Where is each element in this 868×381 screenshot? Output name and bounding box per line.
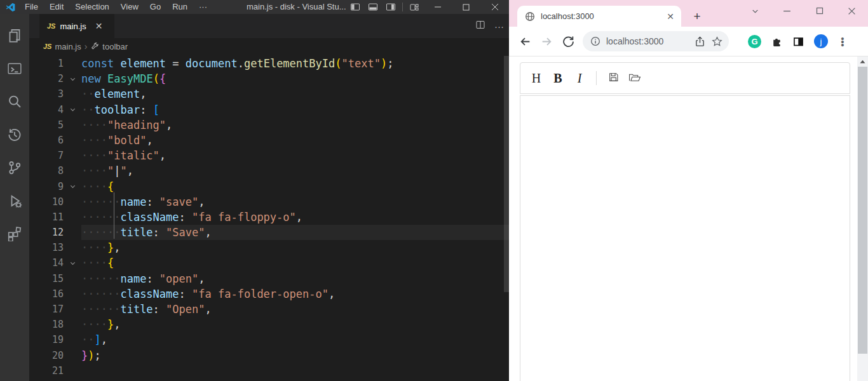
gutter-space [64,271,81,286]
activity-source-control-icon[interactable] [0,151,29,184]
code-text [81,363,509,378]
easymde-text-area[interactable] [520,95,850,381]
maximize-button[interactable] [452,0,480,14]
code-editor[interactable]: 1const element = document.getElementById… [29,55,509,381]
browser-tab[interactable]: localhost:3000 ✕ [517,6,681,27]
code-line[interactable]: 15······name: "open", [29,271,509,286]
tab-close-icon[interactable]: ✕ [95,21,103,31]
more-actions-icon[interactable]: ··· [494,21,504,32]
tab-search-chevron-icon[interactable] [745,0,764,22]
code-line[interactable]: 2new EasyMDE({ [29,71,509,86]
save-button[interactable] [604,69,623,88]
forward-button[interactable] [536,30,557,52]
url-text[interactable]: localhost:3000 [606,36,695,46]
line-number: 10 [29,194,64,210]
code-text: ····{ [81,179,509,194]
customize-layout-icon[interactable] [405,0,423,14]
fold-chevron-icon[interactable] [64,102,81,117]
italic-button[interactable]: I [570,69,589,88]
code-line[interactable]: 1const element = document.getElementById… [29,56,509,71]
menu-view[interactable]: View [115,0,144,14]
new-tab-button[interactable]: + [689,8,705,25]
dark-mode-extension-icon[interactable] [792,36,804,48]
open-button[interactable] [625,69,644,88]
address-bar[interactable]: localhost:3000 [583,31,729,51]
editor-scrollbar[interactable] [504,56,509,292]
code-line[interactable]: 20}); [29,348,509,363]
code-line[interactable]: 5····"heading", [29,117,509,133]
code-line[interactable]: 6····"bold", [29,133,509,148]
code-line[interactable]: 10······name: "save", [29,194,509,210]
activity-search-icon[interactable] [0,85,29,118]
browser-menu-icon[interactable]: ••• [837,37,848,46]
toggle-panel-icon[interactable] [364,0,382,14]
split-editor-icon[interactable] [475,20,485,32]
toggle-secondary-sidebar-icon[interactable] [382,0,400,14]
code-line[interactable]: 7····"italic", [29,148,509,163]
scroll-up-arrow-icon[interactable] [857,57,868,67]
bold-button[interactable]: B [548,69,567,88]
browser-close-button[interactable] [842,0,861,22]
gutter-space [64,317,81,332]
activity-explorer-icon[interactable] [0,19,29,52]
activity-timeline-icon[interactable] [0,118,29,151]
fold-chevron-icon[interactable] [64,179,81,194]
page-scrollbar[interactable] [857,57,868,381]
profile-avatar[interactable]: j [814,34,828,48]
gutter-space [64,194,81,210]
fold-chevron-icon[interactable] [64,71,81,86]
code-line[interactable]: 3··element, [29,86,509,102]
code-line[interactable]: 4··toolbar: [ [29,102,509,117]
browser-tab-close-icon[interactable]: ✕ [665,11,676,22]
code-text: const element = document.getElementById(… [81,56,509,71]
menu-selection[interactable]: Selection [69,0,114,14]
menu-[interactable]: ··· [193,0,213,14]
code-line[interactable]: 19··], [29,332,509,347]
code-line[interactable]: 8····"|", [29,163,509,178]
code-line[interactable]: 9····{ [29,179,509,194]
activity-terminal-icon[interactable] [0,52,29,85]
fold-chevron-icon[interactable] [64,255,81,271]
menu-bar: FileEditSelectionViewGoRun··· [19,0,213,14]
close-button[interactable] [480,0,509,14]
gutter-space [64,133,81,148]
menu-file[interactable]: File [19,0,44,14]
tab-main-js[interactable]: JS main.js ✕ [39,14,114,38]
site-info-icon[interactable] [590,36,600,46]
line-number: 5 [29,117,64,133]
line-number: 8 [29,163,64,178]
code-line[interactable]: 16······className: "fa fa-folder-open-o"… [29,286,509,302]
titlebar-separator [402,3,403,11]
line-number: 11 [29,210,64,225]
line-number: 7 [29,148,64,163]
gutter-space [64,210,81,225]
toggle-sidebar-icon[interactable] [346,0,364,14]
line-number: 21 [29,363,64,378]
code-line[interactable]: 11······className: "fa fa-floppy-o", [29,210,509,225]
code-line[interactable]: 12······title: "Save", [29,225,509,240]
menu-edit[interactable]: Edit [44,0,69,14]
activity-extensions-icon[interactable] [0,217,29,250]
gutter-space [64,163,81,178]
reload-button[interactable] [557,30,579,52]
breadcrumb-file[interactable]: main.js [55,42,81,51]
browser-maximize-button[interactable] [810,0,829,22]
extensions-puzzle-icon[interactable] [771,36,783,48]
code-line[interactable]: 18····}, [29,317,509,332]
code-line[interactable]: 13····}, [29,240,509,255]
grammarly-extension-icon[interactable]: G [748,35,761,48]
minimize-button[interactable] [423,0,452,14]
back-button[interactable] [514,30,536,52]
activity-run-debug-icon[interactable] [0,184,29,217]
menu-go[interactable]: Go [144,0,166,14]
code-line[interactable]: 21 [29,363,509,378]
breadcrumb-symbol[interactable]: toolbar [102,42,128,51]
browser-minimize-button[interactable] [777,0,796,22]
bookmark-star-icon[interactable] [712,36,722,47]
scrollbar-thumb[interactable] [858,67,867,354]
code-line[interactable]: 17······title: "Open", [29,302,509,317]
menu-run[interactable]: Run [166,0,193,14]
heading-button[interactable]: H [527,69,546,88]
share-icon[interactable] [695,36,705,47]
code-line[interactable]: 14····{ [29,255,509,271]
